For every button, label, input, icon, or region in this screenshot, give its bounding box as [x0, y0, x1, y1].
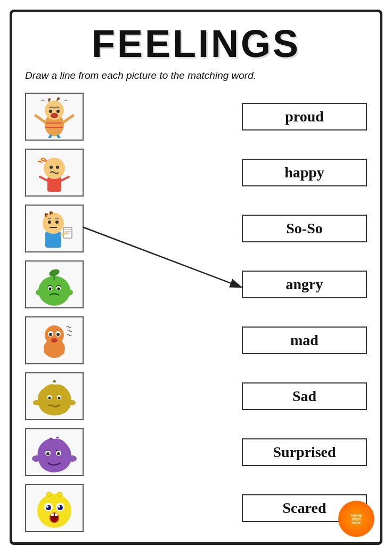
svg-point-49	[48, 396, 51, 399]
svg-rect-70	[51, 513, 54, 516]
picture-box-3	[25, 205, 84, 252]
word-box-7: Surprised	[242, 438, 367, 466]
svg-line-8	[64, 116, 73, 122]
svg-line-18	[61, 177, 69, 181]
svg-point-37	[64, 289, 73, 296]
svg-line-7	[36, 116, 45, 122]
character-plant	[30, 263, 78, 306]
svg-point-50	[58, 396, 61, 399]
picture-box-5	[25, 316, 84, 364]
matching-row: Scared	[25, 483, 367, 533]
svg-point-57	[32, 455, 40, 462]
svg-point-35	[58, 287, 60, 290]
character-angry	[30, 95, 78, 138]
character-scared-orange	[30, 319, 78, 362]
svg-point-36	[36, 289, 44, 296]
svg-point-22	[55, 221, 59, 224]
word-box-5: mad	[242, 327, 367, 354]
matching-row: Sad	[25, 371, 367, 421]
svg-point-4	[49, 110, 52, 113]
character-purple-blob	[30, 431, 78, 474]
svg-point-42	[49, 333, 52, 336]
svg-point-51	[33, 400, 40, 405]
page-subtitle: Draw a line from each picture to the mat…	[25, 70, 367, 81]
word-box-3: So-So	[242, 215, 367, 242]
svg-rect-71	[55, 513, 58, 516]
matching-row: Surprised	[25, 427, 367, 477]
svg-rect-13	[47, 177, 61, 192]
word-box-2: happy	[242, 159, 367, 186]
svg-point-6	[51, 113, 58, 118]
svg-point-34	[49, 287, 52, 290]
matching-row: So-So	[25, 203, 367, 254]
svg-point-21	[48, 221, 51, 224]
picture-box-8	[25, 484, 84, 532]
matching-row: mad	[25, 315, 367, 365]
worksheet-page: FEELINGS Draw a line from each picture t…	[10, 10, 382, 545]
matching-area: proud	[25, 91, 367, 538]
word-box-6: Sad	[242, 382, 367, 410]
svg-line-17	[40, 177, 47, 181]
page-title: FEELINGS	[25, 22, 367, 66]
character-yellow-blob	[30, 375, 78, 418]
word-box-1: proud	[242, 103, 367, 130]
svg-point-52	[68, 400, 76, 405]
word-box-4: angry	[242, 271, 367, 298]
character-yellow-scared	[30, 487, 78, 529]
svg-point-46	[57, 349, 64, 355]
character-soso	[30, 207, 78, 250]
svg-point-64	[46, 505, 51, 510]
svg-point-15	[50, 166, 53, 169]
svg-point-55	[46, 452, 50, 455]
svg-point-5	[56, 110, 60, 113]
svg-point-58	[68, 455, 77, 462]
picture-box-6	[25, 372, 84, 420]
svg-point-45	[44, 349, 52, 355]
svg-point-56	[57, 452, 60, 455]
svg-point-60	[46, 492, 52, 496]
svg-point-65	[58, 505, 63, 510]
svg-line-9	[46, 136, 51, 138]
matching-row: proud	[25, 91, 367, 142]
svg-point-43	[56, 333, 60, 336]
svg-point-61	[57, 492, 62, 496]
picture-box-7	[25, 428, 84, 476]
svg-line-10	[58, 136, 62, 138]
matching-row: angry	[25, 259, 367, 309]
svg-point-66	[46, 505, 48, 508]
character-confused	[30, 151, 78, 194]
matching-row: happy	[25, 147, 367, 198]
svg-point-67	[58, 505, 60, 508]
picture-box-2	[25, 149, 84, 197]
svg-point-16	[56, 166, 59, 169]
watermark: FunnyMissValeri	[338, 501, 374, 537]
svg-point-44	[51, 338, 58, 342]
svg-rect-19	[45, 232, 61, 248]
picture-box-4	[25, 260, 84, 308]
picture-box-1	[25, 93, 84, 141]
watermark-text: FunnyMissValeri	[351, 513, 362, 525]
